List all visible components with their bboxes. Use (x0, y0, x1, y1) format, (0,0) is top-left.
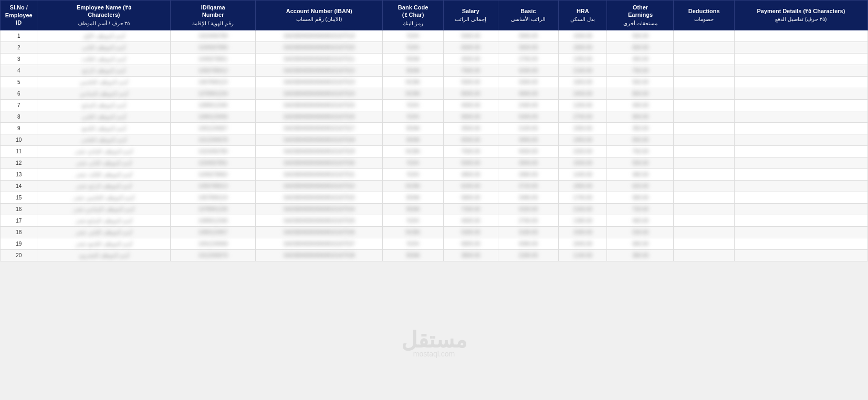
table-row: 20أسم الموظف العشرون1012345679SA03800000… (1, 249, 868, 261)
cell-deductions (674, 76, 734, 88)
cell-account: SA0380000000608010167523 (255, 76, 382, 88)
table-row: 6أسم الموظف السادس1078901234SA0380000000… (1, 88, 868, 99)
cell-sl: 14 (1, 180, 37, 192)
cell-deductions (674, 180, 734, 192)
cell-basic: 4200.00 (498, 65, 558, 76)
cell-sl: 13 (1, 169, 37, 180)
cell-payment (734, 76, 867, 88)
cell-sl: 2 (1, 41, 37, 53)
cell-hra: 1950.00 (559, 134, 607, 145)
cell-hra: 2100.00 (559, 65, 607, 76)
cell-account: SA0380000000608010167532 (255, 180, 382, 192)
cell-bank: RJHI (383, 30, 443, 41)
cell-hra: 1860.00 (559, 180, 607, 192)
cell-payment (734, 180, 867, 192)
col-header-sl: Sl.No /EmployeeID (1, 1, 37, 30)
col-header-hra: HRA بدل السكن (559, 1, 607, 30)
cell-deductions (674, 134, 734, 145)
table-row: 18أسم الموظف الثامن عشر1090123457SA03800… (1, 226, 868, 238)
cell-id: 1023456780 (171, 145, 256, 157)
cell-basic: 2400.00 (498, 99, 558, 111)
table-row: 5أسم الموظف الخامس1067890123SA0380000000… (1, 76, 868, 88)
cell-basic: 3900.00 (498, 134, 558, 145)
cell-basic: 2880.00 (498, 169, 558, 180)
cell-basic: 3000.00 (498, 157, 558, 169)
cell-deductions (674, 53, 734, 65)
cell-other: 720.00 (607, 203, 674, 215)
cell-name: أسم الموظف العاشر (37, 134, 171, 145)
cell-deductions (674, 238, 734, 249)
cell-hra: 1440.00 (559, 169, 607, 180)
cell-bank: RJHI (383, 215, 443, 226)
cell-hra: 1590.00 (559, 226, 607, 238)
cell-basic: 3180.00 (498, 226, 558, 238)
cell-bank: NCBK (383, 88, 443, 99)
cell-sl: 18 (1, 226, 37, 238)
payroll-table: Sl.No /EmployeeID Employee Name (٣٥Chara… (0, 0, 868, 261)
cell-other: 400.00 (607, 99, 674, 111)
cell-hra: 1200.00 (559, 99, 607, 111)
cell-bank: NCBK (383, 180, 443, 192)
cell-account: SA0380000000608010167534 (255, 203, 382, 215)
cell-sl: 9 (1, 122, 37, 134)
col-header-id: ID/IqamaNumber رقم الهوية / الإقامة (171, 1, 256, 30)
cell-deductions (674, 226, 734, 238)
cell-other: 650.00 (607, 134, 674, 145)
cell-bank: BSIM (383, 192, 443, 203)
cell-other: 680.00 (607, 238, 674, 249)
cell-basic: 3000.00 (498, 30, 558, 41)
cell-salary: 5000.00 (443, 157, 498, 169)
cell-salary: 6200.00 (443, 180, 498, 192)
cell-bank: NCBK (383, 226, 443, 238)
cell-other: 380.00 (607, 249, 674, 261)
cell-hra: 1500.00 (559, 157, 607, 169)
cell-basic: 5400.00 (498, 111, 558, 122)
cell-account: SA0380000000608010167528 (255, 134, 382, 145)
cell-payment (734, 111, 867, 122)
cell-account: SA0380000000608010167526 (255, 111, 382, 122)
col-header-deductions: Deductions خصومات (674, 1, 734, 30)
cell-name: أسم الموظف الرابع (37, 65, 171, 76)
cell-sl: 17 (1, 215, 37, 226)
table-row: 3أسم الموظف الثالث1045678901SA0380000000… (1, 53, 868, 65)
cell-deductions (674, 192, 734, 203)
cell-name: أسم الموظف الرابع عشر (37, 180, 171, 192)
cell-account: SA0380000000608010167538 (255, 249, 382, 261)
cell-id: 1023456789 (171, 30, 256, 41)
cell-salary: 4500.00 (443, 53, 498, 65)
cell-sl: 4 (1, 65, 37, 76)
cell-sl: 8 (1, 111, 37, 122)
cell-sl: 19 (1, 238, 37, 249)
cell-account: SA0380000000608010167531 (255, 169, 382, 180)
cell-bank: RJHI (383, 41, 443, 53)
col-header-name: Employee Name (٣٥Characters) ٣٥ حرف / أس… (37, 1, 171, 30)
cell-hra: 2700.00 (559, 111, 607, 122)
cell-name: أسم الموظف الثامن عشر (37, 226, 171, 238)
cell-payment (734, 134, 867, 145)
cell-bank: BSIM (383, 134, 443, 145)
table-row: 4أسم الموظف الرابع1056789012SA0380000000… (1, 65, 868, 76)
cell-deductions (674, 41, 734, 53)
cell-id: 1012345678 (171, 134, 256, 145)
cell-basic: 2760.00 (498, 215, 558, 226)
cell-deductions (674, 30, 734, 41)
cell-salary: 7200.00 (443, 203, 498, 215)
cell-payment (734, 203, 867, 215)
cell-name: أسم الموظف الثالث (37, 53, 171, 65)
table-row: 16أسم الموظف السادس عشر1078901235SA03800… (1, 203, 868, 215)
cell-id: 1034567891 (171, 157, 256, 169)
cell-salary: 4000.00 (443, 99, 498, 111)
cell-name: أسم الموظف الثامن (37, 111, 171, 122)
cell-deductions (674, 99, 734, 111)
cell-sl: 11 (1, 145, 37, 157)
cell-payment (734, 30, 867, 41)
cell-hra: 1500.00 (559, 30, 607, 41)
cell-salary: 6800.00 (443, 238, 498, 249)
cell-hra: 1140.00 (559, 249, 607, 261)
cell-other: 700.00 (607, 65, 674, 76)
cell-payment (734, 145, 867, 157)
cell-id: 1090123456 (171, 111, 256, 122)
cell-salary: 8000.00 (443, 88, 498, 99)
cell-name: أسم الموظف الثالث عشر (37, 169, 171, 180)
cell-basic: 3300.00 (498, 76, 558, 88)
